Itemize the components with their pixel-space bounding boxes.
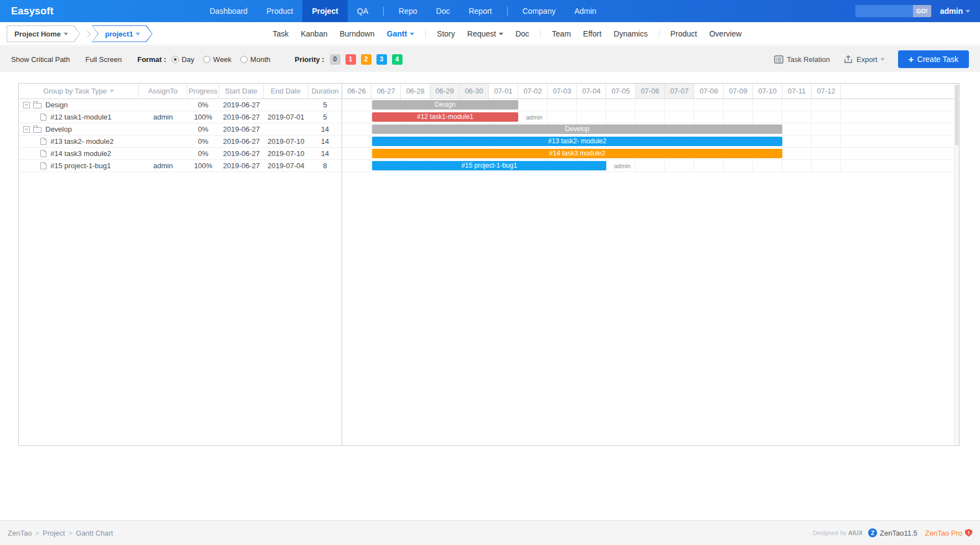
collapse-toggle[interactable]: −	[23, 126, 30, 133]
gantt-bar--12-task1-module1[interactable]: #12 task1-module1	[372, 112, 518, 122]
gantt-chart-panel: 06-2606-2706-2806-2906-3007-0107-0207-03…	[342, 84, 959, 445]
tab-doc[interactable]: Doc	[509, 22, 535, 45]
top-navbar: Easysoft DashboardProductProjectQARepoDo…	[0, 0, 980, 22]
footer-crumb-gantt-chart[interactable]: Gantt Chart	[76, 529, 113, 537]
create-task-button[interactable]: + Create Task	[898, 50, 969, 68]
task-name-cell[interactable]: #13 task2- module2	[19, 136, 139, 147]
footer-crumb-project[interactable]: Project	[43, 529, 65, 537]
cell-progress: 0%	[187, 148, 219, 159]
priority-chip-3[interactable]: 3	[376, 54, 387, 65]
priority-chip-0[interactable]: 0	[330, 54, 341, 65]
zentao-version: ZenTao11.5	[880, 529, 917, 537]
grid-row: #15 project-1-bug1admin100%2019-06-27201…	[19, 160, 342, 172]
format-label: Format :	[137, 55, 166, 64]
task-name: #13 task2- module2	[50, 137, 114, 146]
tab-team[interactable]: Team	[546, 22, 577, 45]
chart-row: Develop	[342, 123, 959, 136]
nav-item-admin[interactable]: Admin	[565, 0, 606, 22]
main-content: Group by Task TypeAssignToProgressStart …	[0, 72, 980, 520]
grid-header-row: Group by Task TypeAssignToProgressStart …	[19, 84, 342, 99]
tab-task[interactable]: Task	[266, 22, 295, 45]
task-relation-button[interactable]: Task Relation	[774, 55, 830, 64]
gantt-bar--13-task2-module2[interactable]: #13 task2- module2	[372, 137, 782, 146]
cell-start: 2019-06-27	[219, 123, 264, 135]
priority-chip-2[interactable]: 2	[361, 54, 372, 65]
project-home-dropdown[interactable]: Project Home	[7, 25, 80, 42]
grid-header-label: Progress	[188, 87, 217, 95]
tab-kanban[interactable]: Kanban	[295, 22, 333, 45]
search-go-button[interactable]: GO!	[913, 5, 931, 17]
gantt-bar--15-project-1-bug1[interactable]: #15 project-1-bug1	[372, 161, 606, 170]
cell-assign	[139, 136, 187, 147]
nav-item-repo[interactable]: Repo	[389, 0, 426, 22]
format-option-label: Week	[213, 55, 231, 64]
tab-burndown[interactable]: Burndown	[333, 22, 380, 45]
date-header-07-05: 07-05	[606, 84, 636, 98]
date-header-07-12: 07-12	[812, 84, 841, 98]
tab-divider	[425, 30, 426, 38]
cell-end	[264, 123, 308, 135]
format-option-day[interactable]: Day	[172, 55, 194, 64]
vertical-scrollbar[interactable]	[954, 84, 959, 445]
format-option-week[interactable]: Week	[203, 55, 231, 64]
user-menu[interactable]: admin	[940, 7, 970, 15]
task-name-cell[interactable]: #14 task3 module2	[19, 148, 139, 159]
grid-header-group-by-task-type[interactable]: Group by Task Type	[19, 84, 139, 98]
tab-gantt[interactable]: Gantt	[381, 22, 421, 45]
nav-item-qa[interactable]: QA	[348, 0, 378, 22]
gantt-bar-design[interactable]: Design	[372, 100, 518, 110]
tab-dynamics[interactable]: Dynamics	[607, 22, 653, 45]
tab-effort[interactable]: Effort	[577, 22, 607, 45]
task-name-cell[interactable]: #12 task1-module1	[19, 111, 139, 123]
priority-chip-1[interactable]: 1	[345, 54, 356, 65]
grid-header-label: AssignTo	[148, 87, 178, 95]
footer-crumb-zentao[interactable]: ZenTao	[8, 529, 32, 537]
nav-item-project[interactable]: Project	[302, 0, 347, 22]
current-project-dropdown[interactable]: project1	[92, 25, 153, 42]
gantt-bar--14-task3-module2[interactable]: #14 task3 module2	[372, 149, 782, 158]
search-input[interactable]	[855, 5, 913, 17]
format-option-label: Day	[182, 55, 194, 64]
tab-request[interactable]: Request	[461, 22, 509, 45]
nav-item-product[interactable]: Product	[257, 0, 302, 22]
scrollbar-thumb[interactable]	[955, 85, 958, 146]
pro-badge-icon[interactable]: !	[965, 529, 972, 537]
tab-label: Request	[467, 22, 496, 45]
task-name: Develop	[45, 125, 72, 133]
cell-duration: 8	[308, 160, 342, 172]
cell-progress: 0%	[187, 123, 219, 135]
nav-item-dashboard[interactable]: Dashboard	[200, 0, 257, 22]
full-screen-button[interactable]: Full Screen	[85, 55, 122, 64]
export-button[interactable]: Export	[843, 55, 885, 64]
gantt-grid-panel: Group by Task TypeAssignToProgressStart …	[19, 84, 342, 445]
brand-logo[interactable]: Easysoft	[0, 6, 65, 17]
zentao-pro-link[interactable]: ZenTao Pro	[925, 529, 962, 537]
collapse-toggle[interactable]: −	[23, 102, 30, 108]
tab-label: Overview	[709, 22, 741, 45]
cell-assign: admin	[139, 160, 187, 172]
nav-divider	[507, 7, 508, 16]
grid-header-label: Duration	[311, 87, 338, 95]
folder-icon	[33, 103, 42, 108]
nav-item-report[interactable]: Report	[459, 0, 501, 22]
nav-item-doc[interactable]: Doc	[427, 0, 460, 22]
show-critical-path-button[interactable]: Show Critical Path	[11, 55, 70, 64]
chart-row: #14 task3 module2	[342, 148, 959, 160]
task-name-cell[interactable]: #15 project-1-bug1	[19, 160, 139, 172]
nav-item-company[interactable]: Company	[513, 0, 565, 22]
tab-product[interactable]: Product	[664, 22, 703, 45]
task-name-cell[interactable]: −Design	[19, 99, 139, 111]
date-header-07-07: 07-07	[665, 84, 694, 98]
task-name-cell[interactable]: −Develop	[19, 123, 139, 135]
tab-overview[interactable]: Overview	[703, 22, 747, 45]
cell-end	[264, 99, 308, 111]
format-option-month[interactable]: Month	[240, 55, 270, 64]
cell-duration: 5	[308, 99, 342, 111]
tab-story[interactable]: Story	[431, 22, 461, 45]
date-header-07-10: 07-10	[753, 84, 782, 98]
task-name: Design	[45, 101, 68, 109]
tab-label: Story	[437, 22, 455, 45]
cell-end: 2019-07-01	[264, 111, 308, 123]
gantt-bar-develop[interactable]: Develop	[372, 124, 782, 134]
priority-chip-4[interactable]: 4	[392, 54, 403, 65]
